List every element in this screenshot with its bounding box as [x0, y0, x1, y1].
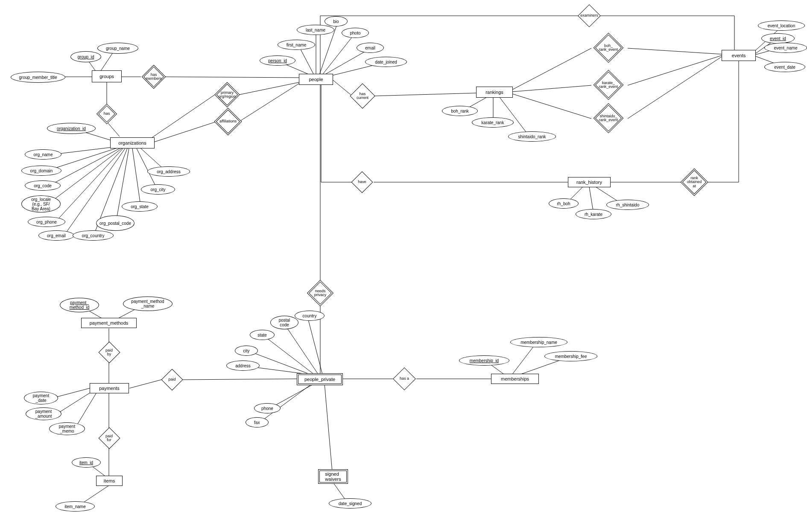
attr-org-domain: org_domain: [21, 166, 61, 176]
label: first_name: [287, 43, 307, 47]
label: rank_history: [576, 180, 602, 185]
attr-rh-karate: rh_karate: [576, 209, 611, 219]
rel-primary-org-region: primary org/region: [213, 84, 241, 105]
svg-line-27: [322, 34, 354, 75]
label: membership_name: [520, 340, 557, 345]
svg-line-66: [325, 384, 332, 471]
label: country: [303, 314, 317, 318]
label: paid by: [103, 349, 115, 357]
label: group_id: [78, 55, 94, 59]
svg-line-19: [147, 95, 215, 141]
attr-shintaido-rank: shintaido_rank: [508, 131, 556, 142]
rel-have: have: [350, 173, 374, 192]
rel-has: has: [96, 105, 117, 123]
label: event_name: [774, 46, 797, 50]
attr-membership-name: membership_name: [510, 337, 567, 347]
label: group_member_title: [19, 75, 57, 80]
svg-line-34: [500, 97, 529, 137]
attr-date-joined: date_joined: [365, 57, 407, 67]
attr-rh-boh: rh_boh: [549, 198, 579, 209]
label: paid for: [103, 434, 115, 442]
attr-address: address: [226, 360, 260, 371]
label: has current: [357, 92, 368, 100]
entity-payments: payments: [90, 383, 129, 393]
label: date_signed: [339, 501, 362, 506]
label: item_id: [79, 460, 93, 465]
label: email: [365, 46, 375, 50]
label: org_phone: [36, 220, 57, 224]
rel-paid: paid: [161, 370, 183, 389]
attr-org-country: org_country: [73, 230, 114, 241]
attr-person-id: person_id: [260, 55, 295, 66]
er-diagram: groups organizations people rankings eve…: [0, 0, 807, 532]
attr-organization-id: organization_id: [47, 123, 96, 134]
label: organizations: [118, 140, 146, 145]
attr-bio: bio: [325, 16, 348, 26]
entity-signed-waivers: signed waivers: [318, 469, 348, 484]
attr-boh-rank: boh_rank: [442, 106, 478, 116]
label: group_name: [106, 46, 130, 51]
svg-line-24: [299, 46, 314, 75]
attr-org-address: org_address: [147, 166, 190, 177]
label: address: [235, 363, 251, 368]
entity-groups: groups: [92, 70, 122, 82]
attr-payment-amount: payment _amount: [26, 407, 61, 420]
rel-paid-by: paid by: [97, 343, 121, 362]
label: org_name: [33, 152, 53, 157]
label: bio: [333, 19, 339, 24]
label: state: [257, 333, 267, 337]
attr-payment-date: payment _date: [24, 392, 58, 404]
svg-line-40: [628, 57, 722, 119]
label: org_country: [82, 233, 105, 238]
entity-payment-methods: payment_methods: [81, 318, 137, 328]
label: has members: [146, 73, 162, 81]
rel-paid-for: paid for: [97, 429, 121, 448]
label: karate_ rank_event: [599, 81, 618, 89]
svg-line-35: [512, 48, 591, 90]
label: rh_boh: [557, 201, 570, 206]
attr-org-name: org_name: [25, 149, 61, 160]
label: city: [243, 349, 250, 353]
attr-country: country: [295, 311, 325, 321]
label: event_date: [774, 65, 795, 70]
label: memberships: [501, 376, 529, 381]
label: date_joined: [375, 60, 397, 64]
label: examiners: [580, 14, 598, 17]
label: postal code: [279, 318, 290, 327]
label: rh_karate: [585, 212, 602, 217]
svg-line-77: [56, 392, 92, 415]
label: payment_method _name: [131, 299, 164, 308]
label: boh_rank: [451, 109, 469, 113]
attr-event-location: event_location: [758, 20, 805, 31]
label: org_code: [34, 183, 52, 188]
svg-line-57: [284, 323, 318, 374]
label: groups: [99, 74, 114, 79]
entity-rank-history: rank_history: [568, 177, 611, 187]
attr-rh-shintaido: rh_shintaido: [606, 200, 649, 210]
label: has a: [400, 377, 409, 381]
svg-line-58: [307, 317, 322, 374]
rel-rank-obtained-at: rank obtained at: [681, 170, 708, 195]
rel-needs-privacy: needs privacy: [306, 282, 334, 305]
attr-event-name: event_name: [764, 43, 807, 53]
entity-items: items: [96, 476, 123, 486]
label: org_domain: [30, 169, 53, 173]
attr-payment-memo: payment _memo: [49, 422, 85, 435]
entity-people: people: [299, 74, 333, 85]
rel-karate-rank-event: karate_ rank_event: [589, 73, 628, 97]
label: event_id: [770, 36, 786, 41]
rel-affiliations: affiliations: [213, 111, 243, 132]
svg-line-9: [47, 147, 120, 171]
label: paid: [168, 378, 175, 381]
svg-line-21: [147, 122, 216, 144]
attr-karate-rank: karate_rank: [472, 117, 514, 128]
rel-has-current: has current: [349, 85, 376, 107]
svg-line-16: [132, 148, 141, 208]
label: membership_id: [470, 358, 499, 363]
attr-fax: fax: [246, 417, 269, 427]
attr-event-id: event_id: [761, 33, 795, 44]
attr-org-code: org_code: [25, 180, 61, 191]
svg-line-38: [628, 48, 722, 54]
svg-line-64: [512, 343, 536, 374]
attr-org-phone: org_phone: [28, 217, 65, 227]
